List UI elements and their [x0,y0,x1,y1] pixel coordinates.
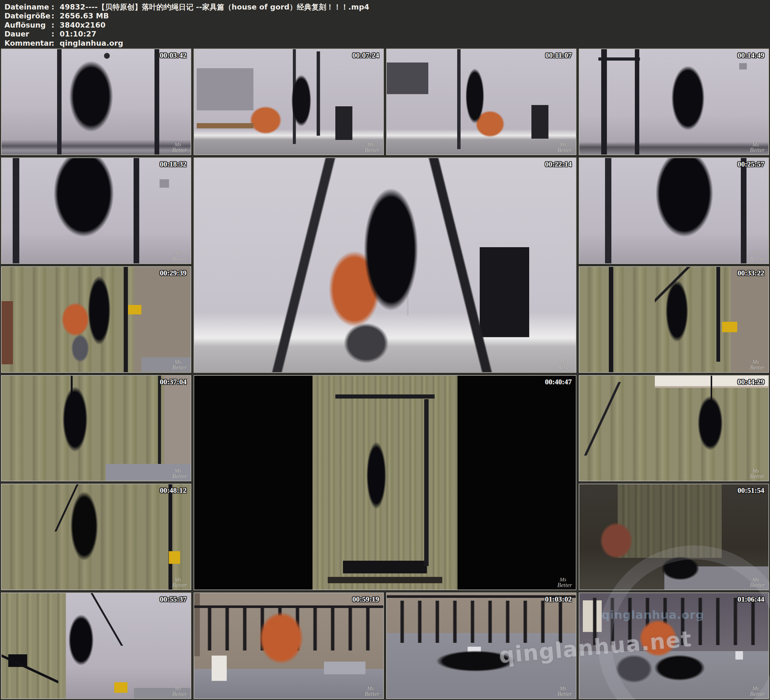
better-watermark-logo: MsBetter [365,142,379,153]
better-watermark-logo: MsBetter [172,468,187,479]
video-thumbnail: 00:44:29MsBetter [579,375,769,482]
timestamp-label: 00:11:07 [545,52,572,60]
watermark-line2: Better [750,365,765,370]
header-row-duration: Dauer:01:10:27 [5,29,770,38]
better-watermark-logo: MsBetter [172,360,187,370]
watermark-line2: Better [750,256,765,262]
field-separator: : [52,11,60,20]
field-separator: : [52,3,60,11]
header-row-filesize: Dateigröße:2656.63 MB [5,11,770,20]
video-thumbnail: 00:03:42MsBetter [1,49,191,155]
better-watermark-logo: MsBetter [365,686,379,697]
video-thumbnail: 00:33:22MsBetter [579,266,769,373]
video-thumbnail: 00:25:57MsBetter [579,157,769,264]
better-watermark-logo: MsBetter [557,142,572,153]
header-row-comment: Kommentar:qinglanhua.org [5,39,770,48]
better-watermark-logo: MsBetter [750,360,765,370]
timestamp-label: 00:29:39 [160,269,186,277]
better-watermark-logo: MsBetter [172,251,187,261]
timestamp-label: 00:22:14 [545,160,572,169]
video-thumbnail: 00:18:32MsBetter [1,157,191,264]
video-thumbnail: 00:29:39MsBetter [1,266,191,373]
watermark-line2: Better [557,147,572,153]
watermark-line2: Better [172,256,187,262]
thumbnail-grid: 00:03:42MsBetter00:07:24MsBetter00:11:07… [0,48,770,700]
video-thumbnail: 00:59:19MsBetter [194,592,384,699]
timestamp-label: 00:25:57 [738,160,764,169]
video-thumbnail: 00:11:07MsBetter [386,49,576,155]
field-label: Dauer [5,29,52,38]
timestamp-label: 00:14:49 [738,52,764,60]
watermark-line2: Better [557,582,572,588]
better-watermark-logo: MsBetter [750,468,765,479]
timestamp-label: 00:18:32 [160,160,186,169]
watermark-line2: Better [365,691,379,697]
file-info-header: Dateiname:49832----【贝特原创】落叶的约绳日记 --家具篇（h… [0,0,770,48]
timestamp-label: 00:51:54 [738,486,764,495]
video-thumbnail: 00:37:04MsBetter [1,375,191,482]
video-thumbnail: 00:07:24MsBetter [194,49,384,155]
watermark-line2: Better [365,147,379,153]
field-separator: : [52,39,60,48]
timestamp-label: 00:03:42 [160,52,186,60]
video-thumbnail: 00:22:14MsBetter [194,157,576,373]
timestamp-label: 00:37:04 [160,378,186,386]
field-label: Auflösung [5,21,52,29]
field-separator: : [52,21,60,29]
duration-value: 01:10:27 [60,30,97,38]
video-thumbnail: 01:06:44MsBetterqinglanhua.orgqinglanhua… [579,592,769,699]
better-watermark-logo: MsBetter [557,686,572,697]
header-row-resolution: Auflösung:3840x2160 [5,21,770,29]
timestamp-label: 00:33:22 [738,269,764,277]
watermark-line2: Better [172,147,187,153]
watermark-line2: Better [750,147,765,153]
watermark-line2: Better [172,691,187,697]
video-thumbnail: 00:40:47MsBetter [194,375,576,590]
better-watermark-logo: MsBetter [557,360,572,370]
comment-value: qinglanhua.org [60,39,123,47]
video-thumbnail: 00:48:12MsBetter [1,484,191,590]
better-watermark-logo: MsBetter [750,577,765,588]
watermark-line2: Better [750,691,765,697]
field-label: Dateigröße [5,11,52,20]
site-watermark-org: qinglanhua.org [602,608,704,621]
filename-value: 49832----【贝特原创】落叶的约绳日记 --家具篇（house of go… [60,3,369,11]
timestamp-label: 00:07:24 [353,52,379,60]
field-label: Kommentar [5,39,52,48]
watermark-line2: Better [172,582,187,588]
resolution-value: 3840x2160 [60,21,106,29]
better-watermark-logo: MsBetter [750,686,765,697]
watermark-line2: Better [172,365,187,370]
better-watermark-logo: MsBetter [172,577,187,588]
timestamp-label: 00:55:37 [160,595,186,604]
better-watermark-logo: MsBetter [172,686,187,697]
watermark-line2: Better [750,582,765,588]
video-thumbnail: 00:14:49MsBetter [579,49,769,155]
better-watermark-logo: MsBetter [172,142,187,153]
timestamp-label: 00:59:19 [353,595,379,604]
field-label: Dateiname [5,3,52,11]
watermark-line2: Better [750,473,765,479]
field-separator: : [52,29,60,38]
video-thumbnail: 00:55:37MsBetter [1,592,191,699]
better-watermark-logo: MsBetter [557,577,572,588]
timestamp-label: 00:44:29 [738,378,764,386]
timestamp-label: 01:03:02 [545,595,572,604]
timestamp-label: 00:40:47 [545,378,572,386]
better-watermark-logo: MsBetter [750,142,765,153]
better-watermark-logo: MsBetter [750,251,765,261]
header-row-filename: Dateiname:49832----【贝特原创】落叶的约绳日记 --家具篇（h… [5,3,770,11]
timestamp-label: 00:48:12 [160,486,186,495]
watermark-line2: Better [557,365,572,370]
filesize-value: 2656.63 MB [60,12,109,20]
timestamp-label: 01:06:44 [738,595,764,604]
watermark-line2: Better [172,473,187,479]
watermark-line2: Better [557,691,572,697]
